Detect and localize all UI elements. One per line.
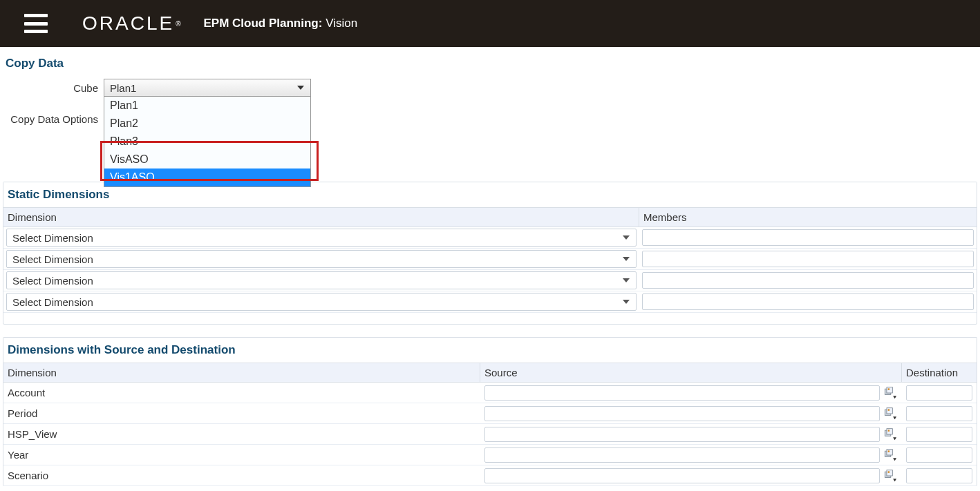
oracle-logo: ORACLE® <box>82 12 183 35</box>
source-dest-row: HSP_View <box>3 424 977 445</box>
svg-rect-1 <box>887 387 892 392</box>
source-dest-header: Dimension Source Destination <box>3 363 977 383</box>
static-dimension-row: Select Dimension <box>3 227 977 249</box>
dimension-select[interactable]: Select Dimension <box>6 271 637 289</box>
col-dimension: Dimension <box>3 363 480 382</box>
dimension-name: Year <box>3 447 480 462</box>
svg-rect-10 <box>887 449 892 454</box>
member-picker-icon[interactable] <box>883 468 898 483</box>
source-input[interactable] <box>484 468 880 483</box>
source-input[interactable] <box>484 406 880 421</box>
dimension-select-value: Select Dimension <box>12 296 93 308</box>
source-input[interactable] <box>484 427 880 442</box>
dimension-name: HSP_View <box>3 427 480 441</box>
dimension-select[interactable]: Select Dimension <box>6 229 637 247</box>
hamburger-menu-icon[interactable] <box>24 14 48 33</box>
col-members: Members <box>639 208 977 227</box>
destination-input[interactable] <box>906 427 972 442</box>
col-dimension: Dimension <box>3 208 639 227</box>
page-title: Copy Data <box>0 47 980 77</box>
cube-option[interactable]: VisASO <box>104 151 310 169</box>
destination-input[interactable] <box>906 447 972 463</box>
cube-label: Cube <box>0 82 104 94</box>
dimension-select[interactable]: Select Dimension <box>6 250 637 268</box>
source-input[interactable] <box>484 385 880 401</box>
members-input[interactable] <box>642 251 974 267</box>
app-title: EPM Cloud Planning: Vision <box>204 17 358 30</box>
destination-input[interactable] <box>906 406 972 421</box>
static-dimension-row: Select Dimension <box>3 270 977 291</box>
static-dimensions-section: Static Dimensions Dimension Members Sele… <box>3 182 977 325</box>
dimension-select-value: Select Dimension <box>12 253 93 265</box>
members-input[interactable] <box>642 293 974 310</box>
source-dest-title: Dimensions with Source and Destination <box>3 338 977 363</box>
chevron-down-icon <box>622 255 630 263</box>
static-dimensions-header: Dimension Members <box>3 207 977 227</box>
destination-input[interactable] <box>906 468 972 483</box>
cube-option[interactable]: Plan2 <box>104 115 310 133</box>
dimension-select-value: Select Dimension <box>12 275 93 287</box>
member-picker-icon[interactable] <box>883 427 898 442</box>
cube-option[interactable]: Plan1 <box>104 97 310 115</box>
source-dest-row: Year <box>3 445 977 465</box>
dimension-select[interactable]: Select Dimension <box>6 293 637 311</box>
source-dest-row: Period <box>3 403 977 424</box>
svg-rect-13 <box>887 470 892 475</box>
source-dest-row: Scenario <box>3 465 977 486</box>
static-dimension-row: Select Dimension <box>3 249 977 270</box>
cube-select[interactable]: Plan1 <box>104 79 311 97</box>
source-dest-row: Account <box>3 383 977 403</box>
members-input[interactable] <box>642 272 974 289</box>
chevron-down-icon <box>622 233 630 242</box>
svg-rect-8 <box>888 430 890 432</box>
member-picker-icon[interactable] <box>883 447 898 463</box>
col-destination: Destination <box>902 363 977 382</box>
member-picker-icon[interactable] <box>883 406 898 421</box>
members-input[interactable] <box>642 229 974 246</box>
member-picker-icon[interactable] <box>883 385 898 401</box>
chevron-down-icon <box>622 298 630 306</box>
chevron-down-icon <box>622 276 630 285</box>
svg-rect-2 <box>888 388 890 390</box>
cube-row: Cube Plan1 Plan1Plan2Plan3VisASOVis1ASO <box>0 77 980 98</box>
col-source: Source <box>480 363 902 382</box>
dimension-name: Account <box>3 385 480 400</box>
svg-rect-14 <box>888 471 890 473</box>
dimension-select-value: Select Dimension <box>12 232 93 244</box>
app-header: ORACLE® EPM Cloud Planning: Vision <box>0 0 980 47</box>
cube-option[interactable]: Plan3 <box>104 133 310 151</box>
cube-option[interactable]: Vis1ASO <box>104 169 310 186</box>
source-dest-section: Dimensions with Source and Destination D… <box>3 337 977 486</box>
destination-input[interactable] <box>906 385 972 401</box>
cube-dropdown[interactable]: Plan1Plan2Plan3VisASOVis1ASO <box>104 97 311 187</box>
copy-options-label: Copy Data Options <box>0 113 104 125</box>
svg-rect-11 <box>888 450 890 452</box>
svg-rect-5 <box>888 409 890 411</box>
dimension-name: Period <box>3 406 480 421</box>
static-dimension-row: Select Dimension <box>3 291 977 313</box>
cube-select-value: Plan1 <box>110 82 136 94</box>
svg-rect-7 <box>887 428 892 434</box>
dimension-name: Scenario <box>3 468 480 483</box>
source-input[interactable] <box>484 447 880 463</box>
chevron-down-icon <box>296 84 305 92</box>
svg-rect-4 <box>887 407 892 413</box>
